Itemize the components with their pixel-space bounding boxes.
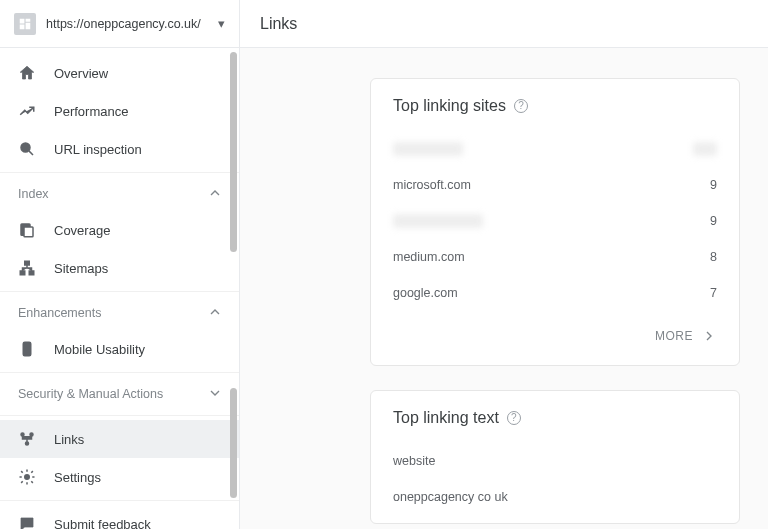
table-row[interactable]: website [393,443,717,479]
linking-site: microsoft.com [393,178,471,192]
sidebar-item-label: Coverage [54,223,110,238]
linking-site-redacted [393,142,463,156]
sidebar-scroll: Overview Performance URL inspection [0,48,239,529]
chevron-right-icon [701,328,717,344]
table-row[interactable]: medium.com 8 [393,239,717,275]
property-logo-icon [14,13,36,35]
sidebar-item-sitemaps[interactable]: Sitemaps [0,249,239,287]
property-url: https://oneppcagency.co.uk/ [46,17,208,31]
sidebar-item-label: Links [54,432,84,447]
table-row[interactable]: google.com 7 [393,275,717,311]
sidebar-scrollbar[interactable] [230,48,237,529]
sidebar-item-label: URL inspection [54,142,142,157]
page-title: Links [260,15,297,33]
table-row[interactable]: microsoft.com 9 [393,167,717,203]
main: Links Top linking sites ? microsoft.com … [240,0,768,529]
home-icon [18,64,36,82]
divider [0,291,239,292]
section-label: Index [18,187,49,201]
divider [0,372,239,373]
svg-rect-3 [24,227,33,237]
property-selector[interactable]: https://oneppcagency.co.uk/ ▾ [0,0,239,48]
table-row[interactable]: 9 [393,203,717,239]
svg-rect-6 [29,271,34,275]
links-icon [18,430,36,448]
svg-rect-5 [20,271,25,275]
sidebar-item-label: Performance [54,104,128,119]
chevron-down-icon [207,385,223,404]
card-top-linking-text: Top linking text ? website oneppcagency … [370,390,740,524]
more-label: MORE [655,329,693,343]
svg-rect-4 [25,261,30,265]
sidebar-item-submit-feedback[interactable]: Submit feedback [0,505,239,529]
gear-icon [18,468,36,486]
sidebar-item-label: Sitemaps [54,261,108,276]
section-header-index[interactable]: Index [0,177,239,211]
content: Top linking sites ? microsoft.com 9 9 me… [240,48,768,529]
svg-point-11 [26,442,29,445]
help-icon[interactable]: ? [514,99,528,113]
sidebar-item-mobile-usability[interactable]: Mobile Usability [0,330,239,368]
linking-count-redacted [693,142,717,156]
card-title: Top linking sites ? [393,97,717,115]
card-title: Top linking text ? [393,409,717,427]
sidebar-item-links[interactable]: Links [0,420,239,458]
coverage-icon [18,221,36,239]
linking-site: medium.com [393,250,465,264]
svg-line-1 [29,151,33,155]
sidebar-item-label: Mobile Usability [54,342,145,357]
card-top-linking-sites: Top linking sites ? microsoft.com 9 9 me… [370,78,740,366]
more-button[interactable]: MORE [393,315,717,357]
sidebar-item-label: Overview [54,66,108,81]
linking-count: 8 [710,250,717,264]
chevron-down-icon: ▾ [218,16,225,31]
svg-point-0 [21,143,30,152]
sidebar-item-label: Submit feedback [54,517,151,530]
card-title-text: Top linking sites [393,97,506,115]
sidebar-item-performance[interactable]: Performance [0,92,239,130]
help-icon[interactable]: ? [507,411,521,425]
topbar: Links [240,0,768,48]
card-title-text: Top linking text [393,409,499,427]
linking-count: 7 [710,286,717,300]
divider [0,415,239,416]
linking-text: oneppcagency co uk [393,490,508,504]
linking-count: 9 [710,214,717,228]
section-header-enhancements[interactable]: Enhancements [0,296,239,330]
trend-icon [18,102,36,120]
svg-point-9 [21,433,24,436]
chevron-up-icon [207,185,223,204]
section-header-security[interactable]: Security & Manual Actions [0,377,239,411]
sidebar-item-url-inspection[interactable]: URL inspection [0,130,239,168]
mobile-icon [18,340,36,358]
sidebar-item-label: Settings [54,470,101,485]
sitemap-icon [18,259,36,277]
divider [0,500,239,501]
linking-count: 9 [710,178,717,192]
sidebar: https://oneppcagency.co.uk/ ▾ Overview P… [0,0,240,529]
divider [0,172,239,173]
linking-site-redacted [393,214,483,228]
table-row[interactable]: oneppcagency co uk [393,479,717,515]
chevron-up-icon [207,304,223,323]
search-icon [18,140,36,158]
feedback-icon [18,515,36,529]
section-label: Security & Manual Actions [18,387,163,401]
table-row[interactable] [393,131,717,167]
sidebar-item-overview[interactable]: Overview [0,54,239,92]
sidebar-item-settings[interactable]: Settings [0,458,239,496]
section-label: Enhancements [18,306,101,320]
sidebar-item-coverage[interactable]: Coverage [0,211,239,249]
linking-text: website [393,454,435,468]
linking-site: google.com [393,286,458,300]
svg-point-10 [30,433,33,436]
svg-point-12 [25,475,30,480]
